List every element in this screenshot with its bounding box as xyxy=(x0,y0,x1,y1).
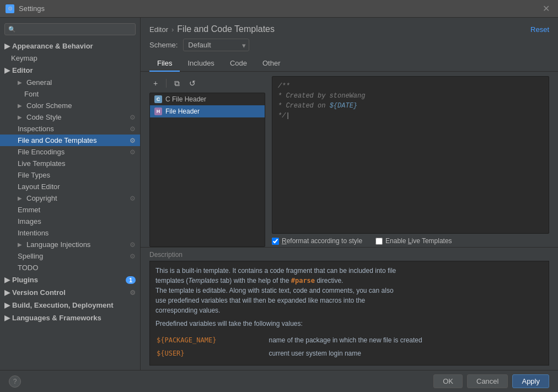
sidebar-item-code-style[interactable]: ▶ Code Style ⚙ xyxy=(0,111,140,123)
plugins-badge: 1 xyxy=(126,276,136,284)
code-line-1: /** xyxy=(278,81,543,91)
sidebar-item-keymap[interactable]: Keymap xyxy=(0,52,140,64)
live-templates-checkbox[interactable] xyxy=(375,238,383,245)
sidebar-item-language-injections[interactable]: ▶ Language Injections ⚙ xyxy=(0,239,140,250)
arrow-icon: ▶ xyxy=(4,42,10,50)
sidebar: 🔍 ▶ Appearance & Behavior Keymap ▶ Edito… xyxy=(0,18,141,370)
file-list: C C File Header H File Header xyxy=(149,93,265,247)
file-list-toolbar: + ⧉ ↺ xyxy=(149,76,265,90)
file-item-header[interactable]: H File Header xyxy=(150,105,265,117)
content-area: Editor › File and Code Templates Reset S… xyxy=(141,18,558,370)
sidebar-item-copyright[interactable]: ▶ Copyright ⚙ xyxy=(0,192,140,204)
sidebar-item-label: Keymap xyxy=(11,54,37,62)
sidebar-item-emmet[interactable]: Emmet xyxy=(0,204,140,216)
window-title: Settings xyxy=(19,4,45,13)
search-icon: 🔍 xyxy=(8,26,16,33)
sidebar-item-label: General xyxy=(26,78,52,87)
arrow-icon: ▶ xyxy=(18,241,24,248)
sidebar-item-inspections[interactable]: Inspections ⚙ xyxy=(0,123,140,135)
desc-line-1: This is a built-in template. It contains… xyxy=(155,266,543,276)
ok-button[interactable]: OK xyxy=(433,374,463,388)
arrow-icon: ▶ xyxy=(4,66,10,74)
add-template-button[interactable]: + xyxy=(149,77,162,89)
sidebar-item-appearance[interactable]: ▶ Appearance & Behavior xyxy=(0,40,140,52)
sidebar-item-live-templates[interactable]: Live Templates xyxy=(0,158,140,169)
scheme-row: Scheme: Default Project ▾ xyxy=(141,39,558,56)
cancel-button[interactable]: Cancel xyxy=(467,374,508,388)
settings-icon: ⚙ xyxy=(130,137,136,144)
sidebar-item-general[interactable]: ▶ General xyxy=(0,77,140,88)
live-templates-option[interactable]: Enable Live Templates xyxy=(375,237,452,245)
title-bar-left: ⚙ Settings xyxy=(6,4,45,13)
search-input[interactable] xyxy=(19,25,132,33)
sidebar-item-spelling[interactable]: Spelling ⚙ xyxy=(0,250,140,262)
sidebar-item-images[interactable]: Images xyxy=(0,216,140,227)
tabs-row: Files Includes Code Other xyxy=(141,56,558,72)
sidebar-item-languages[interactable]: ▶ Languages & Frameworks xyxy=(0,312,140,324)
sidebar-item-label: Language Injections xyxy=(26,240,90,249)
sidebar-item-file-code-templates[interactable]: File and Code Templates ⚙ xyxy=(0,135,140,146)
file-list-panel: + ⧉ ↺ C C File Header H File Header xyxy=(149,76,265,247)
breadcrumb-current: File and Code Templates xyxy=(177,24,275,34)
code-line-2: * Created by stoneWang xyxy=(278,91,543,101)
sidebar-item-build-exec[interactable]: ▶ Build, Execution, Deployment xyxy=(0,299,140,312)
code-editor[interactable]: /** * Created by stoneWang * Created on … xyxy=(272,76,549,234)
sidebar-item-label: Languages & Frameworks xyxy=(12,314,101,322)
code-line-3: * Created on ${DATE} xyxy=(278,101,543,111)
sidebar-item-editor[interactable]: ▶ Editor xyxy=(0,64,140,77)
scheme-label: Scheme: xyxy=(149,41,178,49)
code-line-4: */| xyxy=(278,111,543,121)
reformat-option[interactable]: Reformat according to style xyxy=(272,237,362,245)
sidebar-item-layout-editor[interactable]: Layout Editor xyxy=(0,181,140,192)
breadcrumb-parent: Editor xyxy=(149,25,168,34)
var-name-2: ${USER} xyxy=(157,347,268,359)
app-icon: ⚙ xyxy=(6,4,14,13)
description-text: This is a built-in template. It contains… xyxy=(149,261,549,366)
scheme-select[interactable]: Default Project xyxy=(183,39,249,51)
sidebar-item-label: Color Scheme xyxy=(26,101,72,110)
options-row: Reformat according to style Enable Live … xyxy=(272,234,549,247)
reset-template-button[interactable]: ↺ xyxy=(186,77,198,89)
desc-line-2: templates (Templates tab) with the help … xyxy=(155,276,543,286)
sidebar-item-label: Editor xyxy=(12,66,33,74)
desc-line-5: corresponding values. xyxy=(155,305,543,315)
description-label: Description xyxy=(149,248,549,261)
close-button[interactable]: ✕ xyxy=(539,2,552,15)
sidebar-item-label: Images xyxy=(18,217,41,225)
settings-icon: ⚙ xyxy=(130,114,136,121)
sidebar-item-file-encodings[interactable]: File Encodings ⚙ xyxy=(0,146,140,158)
sidebar-item-color-scheme[interactable]: ▶ Color Scheme xyxy=(0,100,140,111)
settings-icon: ⚙ xyxy=(130,241,136,249)
settings-icon: ⚙ xyxy=(130,253,136,260)
apply-button[interactable]: Apply xyxy=(512,374,549,388)
desc-vars-table: ${PACKAGE_NAME} name of the package in w… xyxy=(155,333,543,361)
sidebar-item-label: File and Code Templates xyxy=(18,136,97,144)
sidebar-item-font[interactable]: Font xyxy=(0,88,140,100)
sidebar-item-label: Spelling xyxy=(18,252,43,260)
sidebar-item-label: Intentions xyxy=(18,229,49,237)
reformat-checkbox[interactable] xyxy=(272,238,279,245)
copy-template-button[interactable]: ⧉ xyxy=(171,77,183,89)
tab-other[interactable]: Other xyxy=(255,56,288,72)
reset-button[interactable]: Reset xyxy=(530,25,549,34)
tab-includes[interactable]: Includes xyxy=(180,56,222,72)
tab-files[interactable]: Files xyxy=(149,56,180,72)
search-box[interactable]: 🔍 xyxy=(4,23,136,35)
file-item-c-header[interactable]: C C File Header xyxy=(150,93,265,105)
sidebar-item-version-control[interactable]: ▶ Version Control ⚙ xyxy=(0,286,140,299)
file-item-label: File Header xyxy=(165,108,200,115)
help-button[interactable]: ? xyxy=(9,375,21,388)
sidebar-item-plugins[interactable]: ▶ Plugins 1 xyxy=(0,273,140,286)
arrow-icon: ▶ xyxy=(4,301,10,309)
sidebar-item-label: Build, Execution, Deployment xyxy=(12,301,113,309)
sidebar-item-todo[interactable]: TODO xyxy=(0,262,140,273)
tab-code[interactable]: Code xyxy=(222,56,255,72)
sidebar-item-intentions[interactable]: Intentions xyxy=(0,227,140,239)
desc-line-6: Predefined variables will take the follo… xyxy=(155,319,543,329)
arrow-icon: ▶ xyxy=(4,276,10,284)
arrow-icon: ▶ xyxy=(18,79,24,85)
sidebar-item-label: Font xyxy=(24,90,39,98)
sidebar-item-label: Appearance & Behavior xyxy=(12,42,93,50)
sidebar-item-file-types[interactable]: File Types xyxy=(0,169,140,181)
breadcrumb-separator: › xyxy=(171,25,174,34)
